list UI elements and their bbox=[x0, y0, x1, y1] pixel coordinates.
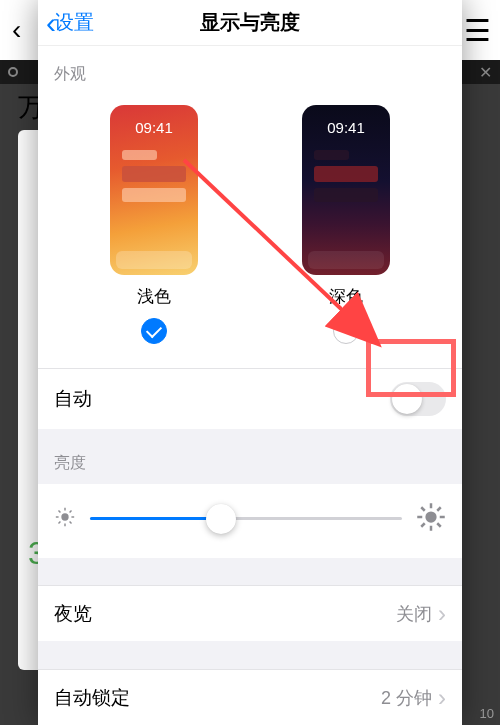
appearance-header: 外观 bbox=[38, 46, 462, 95]
brightness-header: 亮度 bbox=[38, 429, 462, 484]
slider-thumb[interactable] bbox=[206, 504, 236, 534]
auto-toggle[interactable] bbox=[390, 382, 446, 416]
back-button[interactable]: ‹ 设置 bbox=[46, 8, 94, 38]
background-close-icon: ✕ bbox=[479, 63, 492, 82]
preview-time: 09:41 bbox=[302, 119, 390, 136]
sun-small-icon bbox=[54, 506, 76, 532]
spacer bbox=[38, 558, 462, 586]
night-shift-row[interactable]: 夜览 关闭 › bbox=[38, 585, 462, 641]
dark-label: 深色 bbox=[329, 285, 363, 308]
appearance-option-light[interactable]: 09:41 浅色 bbox=[110, 105, 198, 344]
spacer bbox=[38, 641, 462, 669]
brightness-row bbox=[38, 484, 462, 558]
background-menu-icon: ☰ bbox=[464, 13, 488, 48]
brightness-slider[interactable] bbox=[90, 517, 402, 520]
background-dot-icon bbox=[8, 67, 18, 77]
night-shift-label: 夜览 bbox=[54, 601, 92, 627]
auto-lock-label: 自动锁定 bbox=[54, 685, 130, 711]
auto-row: 自动 bbox=[38, 368, 462, 428]
auto-lock-row[interactable]: 自动锁定 2 分钟 › bbox=[38, 669, 462, 725]
svg-line-7 bbox=[58, 521, 60, 523]
back-label: 设置 bbox=[54, 9, 94, 36]
night-shift-value: 关闭 bbox=[396, 602, 432, 626]
toggle-knob bbox=[392, 384, 422, 414]
svg-line-17 bbox=[437, 507, 441, 511]
svg-line-15 bbox=[437, 523, 441, 527]
svg-line-5 bbox=[58, 510, 60, 512]
auto-label: 自动 bbox=[54, 386, 92, 412]
light-radio[interactable] bbox=[141, 318, 167, 344]
sun-large-icon bbox=[416, 502, 446, 536]
dark-radio[interactable] bbox=[333, 318, 359, 344]
svg-line-16 bbox=[421, 523, 425, 527]
preview-time: 09:41 bbox=[110, 119, 198, 136]
chevron-right-icon: › bbox=[438, 600, 446, 628]
svg-point-9 bbox=[425, 511, 436, 522]
auto-lock-value: 2 分钟 bbox=[381, 686, 432, 710]
svg-point-0 bbox=[61, 513, 68, 520]
light-preview: 09:41 bbox=[110, 105, 198, 275]
light-label: 浅色 bbox=[137, 285, 171, 308]
settings-sheet: ‹ 设置 显示与亮度 外观 09:41 浅色 09:41 深色 自动 bbox=[38, 0, 462, 725]
appearance-options: 09:41 浅色 09:41 深色 bbox=[38, 95, 462, 368]
page-title: 显示与亮度 bbox=[200, 9, 300, 36]
chevron-right-icon: › bbox=[438, 684, 446, 712]
svg-line-14 bbox=[421, 507, 425, 511]
background-pager: 10 bbox=[480, 706, 494, 721]
dark-preview: 09:41 bbox=[302, 105, 390, 275]
appearance-option-dark[interactable]: 09:41 深色 bbox=[302, 105, 390, 344]
svg-line-6 bbox=[70, 521, 72, 523]
svg-line-8 bbox=[70, 510, 72, 512]
nav-bar: ‹ 设置 显示与亮度 bbox=[38, 0, 462, 46]
background-back-icon: ‹ bbox=[12, 14, 21, 46]
